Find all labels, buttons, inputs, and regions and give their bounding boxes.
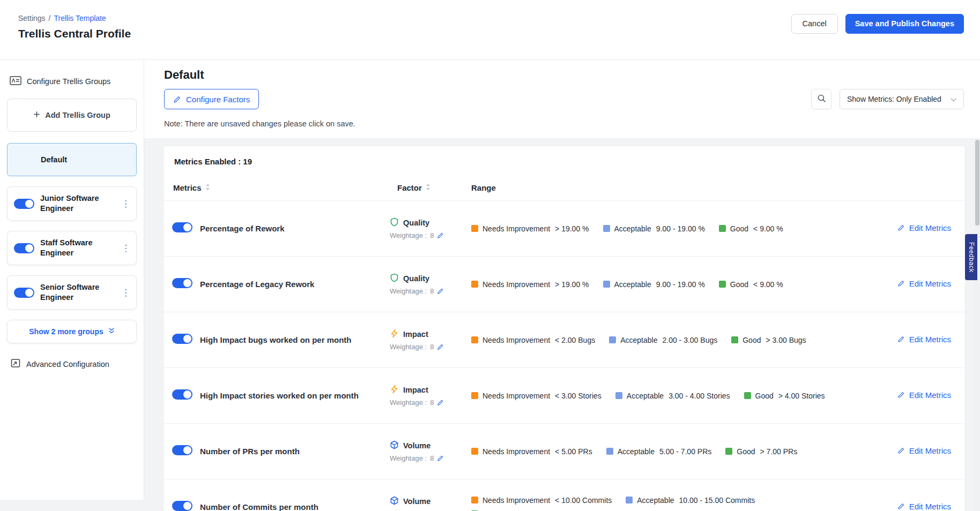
edit-weightage-icon[interactable] [437, 288, 444, 295]
feedback-tab[interactable]: Feedback [965, 234, 977, 280]
edit-metrics-link[interactable]: Edit Metrics [897, 446, 951, 455]
range-chip: Needs Improvement > 19.00 % [471, 222, 589, 236]
metrics-table-card: Metrics Enabled : 19 Metrics Factor Rang… [164, 146, 965, 511]
breadcrumb-separator: / [49, 14, 51, 22]
show-metrics-filter-dropdown[interactable]: Show Metrics: Only Enabled [840, 89, 964, 109]
factor: Volume [390, 496, 471, 507]
range-chip: Acceptable 5.00 - 7.00 PRs [606, 445, 712, 459]
sidebar-group-card[interactable]: Staff Software Engineer ⋮ [7, 231, 137, 265]
header-left: Settings / Trellis Template Trellis Cent… [18, 14, 131, 40]
kebab-menu-icon[interactable]: ⋮ [118, 198, 133, 209]
factor: Impact [390, 329, 471, 340]
kebab-menu-icon[interactable]: ⋮ [118, 287, 133, 298]
range-value: 10.00 - 15.00 Commits [679, 496, 755, 505]
edit-metrics-link[interactable]: Edit Metrics [897, 279, 951, 288]
metric-name: Percentage of Legacy Rework [200, 279, 329, 290]
edit-weightage-icon[interactable] [437, 455, 444, 462]
range-label: Acceptable [614, 224, 651, 233]
metric-toggle[interactable] [172, 334, 192, 344]
column-header-metrics[interactable]: Metrics [164, 183, 390, 192]
range-chip: Needs Improvement > 19.00 % [471, 277, 589, 291]
range-label: Acceptable [618, 447, 655, 456]
group-name: Staff Software Engineer [40, 238, 113, 258]
toggle-knob [25, 200, 33, 208]
breadcrumb: Settings / Trellis Template [18, 14, 131, 22]
group-toggle[interactable] [14, 243, 34, 253]
weightage-prefix: Weightage : [390, 287, 427, 295]
volume-cube-icon [390, 440, 399, 451]
search-button[interactable] [811, 89, 831, 109]
group-toggle[interactable] [14, 288, 34, 298]
range-color-swatch [719, 281, 726, 288]
kebab-menu-icon[interactable]: ⋮ [118, 243, 133, 254]
breadcrumb-settings[interactable]: Settings [18, 14, 46, 22]
column-header-range: Range [471, 183, 847, 192]
sidebar-group-card[interactable]: Junior Software Engineer ⋮ [7, 186, 137, 221]
group-name: Junior Software Engineer [40, 193, 113, 214]
factor: Quality [390, 217, 471, 228]
edit-metrics-link[interactable]: Edit Metrics [897, 390, 951, 400]
range-cell: Needs Improvement < 3.00 Stories Accepta… [471, 389, 836, 403]
sidebar-item-default[interactable]: Default [7, 143, 137, 176]
edit-weightage-icon[interactable] [437, 399, 444, 406]
edit-metrics-link[interactable]: Edit Metrics [897, 335, 951, 344]
sort-icon[interactable] [205, 183, 210, 192]
pencil-icon [897, 447, 905, 454]
metric-toggle[interactable] [172, 278, 192, 288]
breadcrumb-trellis-template[interactable]: Trellis Template [54, 14, 106, 22]
main-top-section: Default Configure Factors Show Metr [144, 60, 980, 138]
scrollbar-thumb[interactable] [975, 140, 979, 226]
factor: Quality [390, 273, 471, 284]
range-value: < 5.00 PRs [555, 447, 592, 456]
metric-toggle[interactable] [172, 389, 192, 400]
sort-icon[interactable] [426, 183, 430, 192]
column-header-factor[interactable]: Factor [390, 183, 471, 192]
group-name: Senior Software Engineer [40, 282, 113, 303]
add-trellis-group-button[interactable]: Add Trellis Group [7, 99, 137, 132]
edit-weightage-icon[interactable] [437, 343, 444, 350]
edit-weightage-icon[interactable] [437, 232, 444, 239]
metric-table-row: Percentage of Rework Quality Weightage :… [164, 201, 965, 257]
edit-metrics-label: Edit Metrics [909, 446, 951, 455]
metric-toggle[interactable] [172, 501, 192, 511]
pencil-icon [897, 335, 905, 343]
toggle-knob [183, 335, 191, 343]
group-toggle[interactable] [14, 199, 34, 209]
cancel-button[interactable]: Cancel [791, 14, 838, 34]
range-chip: Acceptable 9.00 - 19.00 % [603, 277, 705, 291]
range-cell: Needs Improvement > 19.00 % Acceptable 9… [471, 277, 836, 291]
factor-name: Volume [403, 441, 430, 450]
vertical-scrollbar[interactable] [975, 138, 980, 511]
range-value: 9.00 - 19.00 % [656, 224, 705, 233]
range-cell: Needs Improvement < 5.00 PRs Acceptable … [471, 445, 836, 459]
metric-toggle[interactable] [172, 445, 192, 455]
metric-toggle[interactable] [172, 222, 192, 232]
range-value: 2.00 - 3.00 Bugs [662, 336, 717, 344]
toggle-knob [25, 244, 33, 252]
range-chip: Needs Improvement < 5.00 PRs [471, 445, 592, 459]
range-color-swatch [471, 336, 478, 343]
sidebar-group-card[interactable]: Senior Software Engineer ⋮ [7, 275, 137, 310]
pencil-icon [897, 224, 905, 231]
weightage: Weightage : 8 [390, 454, 471, 462]
weightage: Weightage : 8 [390, 343, 471, 351]
advanced-configuration-link[interactable]: Advanced Configuration [7, 358, 137, 370]
header-actions: Cancel Save and Publish Changes [791, 14, 964, 34]
configure-factors-button[interactable]: Configure Factors [164, 89, 259, 109]
edit-metrics-link[interactable]: Edit Metrics [897, 502, 951, 511]
range-label: Acceptable [614, 280, 651, 289]
range-color-swatch [731, 336, 738, 343]
range-label: Needs Improvement [482, 224, 550, 233]
edit-metrics-link[interactable]: Edit Metrics [897, 223, 951, 232]
pencil-icon [173, 95, 181, 103]
show-more-groups-button[interactable]: Show 2 more groups [7, 320, 137, 343]
range-chip: Acceptable 2.00 - 3.00 Bugs [609, 333, 717, 347]
toggle-knob [183, 390, 191, 399]
chevron-down-icon [951, 95, 956, 103]
range-value: < 9.00 % [753, 280, 783, 289]
range-color-swatch [471, 448, 478, 455]
show-more-groups-label: Show 2 more groups [29, 327, 103, 336]
save-and-publish-button[interactable]: Save and Publish Changes [845, 14, 964, 34]
range-color-swatch [471, 392, 478, 399]
range-color-swatch [615, 392, 622, 399]
